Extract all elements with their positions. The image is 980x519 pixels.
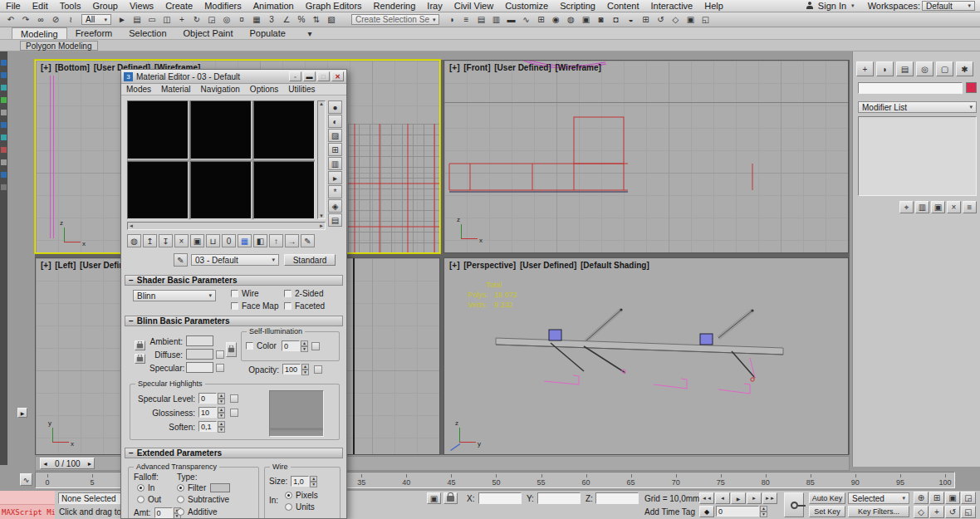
wire-checkbox[interactable]: Wire	[231, 289, 259, 298]
rectangular-selection-region-icon[interactable]: ▭	[145, 13, 159, 26]
put-to-library-icon[interactable]: ⊔	[206, 234, 220, 247]
current-frame-value[interactable]: 0	[716, 506, 759, 517]
selection-lock-icon[interactable]	[443, 492, 458, 504]
viewport-plus-menu[interactable]: [+]	[41, 261, 51, 270]
ribbon-tab[interactable]: Modeling	[12, 27, 67, 39]
zoom-extents-icon[interactable]: ▣	[945, 492, 960, 504]
specular-color-swatch[interactable]	[186, 362, 213, 373]
material-name-dropdown[interactable]: 03 - Default▾	[191, 254, 279, 266]
select-and-link-icon[interactable]: ∞	[33, 13, 48, 26]
hierarchy-tab-icon[interactable]: ▤	[896, 61, 914, 76]
field-of-view-icon[interactable]: ◇	[668, 13, 683, 26]
zoom-region-icon[interactable]: ◲	[961, 492, 976, 504]
utilities-tab-icon[interactable]: ✱	[956, 61, 973, 76]
menu-item[interactable]: Graph Editors	[300, 1, 368, 11]
viewport-plus-menu[interactable]: [+]	[449, 261, 460, 270]
named-selection-set-dropdown[interactable]: Create Selection Se ▾	[351, 14, 439, 25]
menu-item[interactable]: Interactive	[644, 1, 698, 11]
viewport-shading-menu[interactable]: [Default Shading]	[581, 261, 649, 270]
field-of-view-icon[interactable]: ◇	[914, 506, 929, 518]
menu-item[interactable]: Animation	[247, 1, 300, 11]
opacity-value[interactable]: 100	[282, 364, 301, 375]
menu-item[interactable]: Rendering	[368, 1, 422, 11]
toggle-ribbon-icon[interactable]: ▬	[503, 13, 518, 26]
select-and-move-icon[interactable]: +	[174, 13, 189, 26]
angle-snap-icon[interactable]: ∠	[279, 13, 294, 26]
viewport-preset-icon[interactable]	[1, 184, 7, 190]
menu-item[interactable]: Tools	[54, 1, 87, 11]
viewport-preset-icon[interactable]	[1, 147, 7, 153]
create-tab-icon[interactable]: +	[856, 61, 874, 76]
reset-map-icon[interactable]: ×	[174, 234, 189, 247]
pick-material-eyedropper-icon[interactable]: ✎	[174, 253, 188, 267]
show-end-result-icon[interactable]: ◧	[253, 234, 267, 247]
sample-slot[interactable]	[127, 161, 189, 220]
material-editor-menu[interactable]: Options	[245, 85, 283, 94]
play-icon[interactable]: ▶	[731, 492, 746, 504]
zoom-all-icon[interactable]: ⊞	[929, 492, 944, 504]
schematic-view-icon[interactable]: ⊞	[533, 13, 548, 26]
render-production-icon[interactable]: ◙	[593, 13, 608, 26]
menu-item[interactable]: Scripting	[554, 1, 601, 11]
snap-toggle-icon[interactable]: 3	[264, 13, 279, 26]
window-crossing-icon[interactable]: ◫	[159, 13, 174, 26]
sample-slot[interactable]	[190, 100, 252, 159]
show-map-in-viewport-icon[interactable]: ▦	[238, 234, 252, 247]
viewport-preset-icon[interactable]	[1, 135, 7, 140]
select-by-name-icon[interactable]: ▤	[130, 13, 145, 26]
auto-key-button[interactable]: Auto Key	[809, 492, 845, 504]
key-filters-button[interactable]: Key Filters...	[848, 506, 909, 517]
self-illum-color-checkbox[interactable]	[246, 342, 253, 350]
close-icon[interactable]: ✕	[331, 71, 344, 81]
object-name-field[interactable]	[858, 82, 963, 94]
select-object-icon[interactable]: ►	[115, 13, 130, 26]
go-to-end-icon[interactable]: ►►	[762, 492, 777, 504]
selection-set-key-dropdown[interactable]: Selected▾	[848, 492, 909, 504]
shader-type-dropdown[interactable]: Blinn▾	[133, 290, 216, 301]
viewport-front[interactable]: [+] [Front] [User Defined] [Wireframe] z…	[443, 60, 849, 253]
display-tab-icon[interactable]: ▢	[936, 61, 953, 76]
backlight-icon[interactable]: ◐	[328, 115, 342, 128]
menu-item[interactable]: Views	[124, 1, 159, 11]
redo-icon[interactable]: ↷	[18, 13, 33, 26]
viewport-preset-icon[interactable]	[1, 97, 7, 103]
material-editor-menu[interactable]: Material	[156, 85, 196, 94]
falloff-in-radio[interactable]: In	[137, 483, 154, 492]
face-map-checkbox[interactable]: Face Map	[231, 301, 278, 311]
set-key-button[interactable]: Set Key	[809, 506, 845, 517]
maxscript-mini-listener-top[interactable]	[0, 491, 55, 505]
menu-item[interactable]: Iray	[421, 1, 448, 11]
edit-named-selection-sets-icon[interactable]: ▧	[324, 13, 339, 26]
z-coordinate-field[interactable]	[595, 492, 639, 504]
dock-icon[interactable]: ▫	[289, 71, 301, 81]
go-to-start-icon[interactable]: ◄◄	[699, 492, 714, 504]
viewport-pov-menu[interactable]: [Bottom]	[55, 63, 90, 72]
rollout-shader-basic[interactable]: − Shader Basic Parameters	[125, 275, 343, 286]
ribbon-tab[interactable]: Populate	[241, 27, 293, 39]
maximize-toggle-icon[interactable]: ◱	[698, 13, 713, 26]
menu-item[interactable]: Help	[698, 1, 729, 11]
remove-modifier-icon[interactable]: ×	[947, 201, 961, 213]
percent-snap-icon[interactable]: %	[294, 13, 309, 26]
key-mode-toggle-icon[interactable]: ◆	[699, 506, 714, 517]
bind-to-space-warp-icon[interactable]: ≀	[63, 13, 78, 26]
show-end-result-icon[interactable]: ▥	[915, 201, 929, 213]
material-map-navigator-icon[interactable]: ▤	[328, 213, 342, 227]
unlink-selection-icon[interactable]: ⊘	[48, 13, 63, 26]
menu-item[interactable]: File	[0, 1, 27, 11]
filter-color-swatch[interactable]	[210, 483, 230, 492]
viewport-plus-menu[interactable]: [+]	[449, 63, 460, 72]
maximize-icon[interactable]: □	[317, 71, 330, 81]
ribbon-panel-button[interactable]: Polygon Modeling	[20, 41, 98, 51]
slot-vertical-scrollbar[interactable]: ▲▼	[317, 100, 326, 219]
orbit-icon[interactable]: ↺	[945, 506, 960, 518]
spinner-snap-icon[interactable]: ⇅	[309, 13, 324, 26]
rendered-frame-window-icon[interactable]: ▣	[578, 13, 593, 26]
viewport-preset-icon[interactable]	[1, 72, 7, 78]
sample-slot[interactable]	[253, 100, 315, 159]
sample-type-icon[interactable]: ●	[328, 100, 342, 114]
menu-item[interactable]: Customize	[499, 1, 554, 11]
material-editor-menu[interactable]: Navigation	[196, 85, 245, 94]
current-frame-spinner[interactable]: 0 ▲▼	[716, 506, 767, 517]
menu-item[interactable]: Modifiers	[198, 1, 247, 11]
